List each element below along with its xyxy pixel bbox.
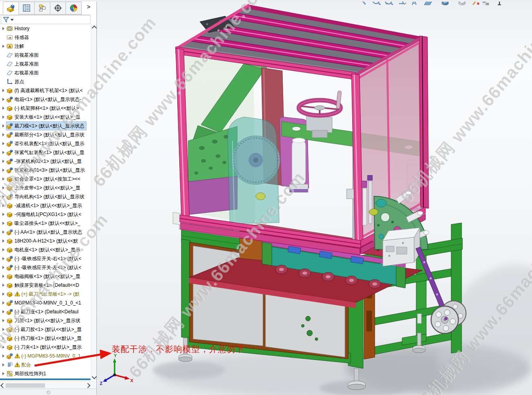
expand-arrow[interactable] [2, 363, 4, 366]
tree-item[interactable]: 配合 [0, 360, 91, 369]
tree-item[interactable]: -减速机<1> (默认<<默认>_显示 [0, 201, 91, 210]
expand-arrow[interactable] [2, 177, 4, 181]
tree-item[interactable]: 电磁阀板<1> (默认<<默认>_显 [0, 272, 91, 281]
expand-arrow[interactable] [2, 354, 4, 358]
tree-item[interactable]: 铝合金罩<1> (默认<按加工><< [0, 175, 91, 183]
expand-arrow[interactable] [2, 115, 4, 119]
expand-arrow[interactable] [2, 337, 4, 340]
expand-arrow[interactable] [2, 275, 4, 278]
expand-arrow[interactable] [2, 204, 4, 207]
expand-arrow[interactable] [2, 301, 4, 304]
tree-filter-bar[interactable] [1, 15, 90, 24]
tree-item[interactable]: MGPM63-40-M9NV_0_1_0_<1 [0, 298, 91, 307]
tree-item[interactable]: (f) 高速裁断机下机架<1> (默认< [0, 86, 91, 95]
machine-model[interactable] [97, 0, 532, 395]
tree-item[interactable]: (-) 挡刀板<1> (默认<<默认>_显 [0, 334, 91, 343]
tab-displaymanager[interactable] [66, 2, 82, 14]
expand-arrow[interactable] [2, 284, 4, 287]
expand-arrow[interactable] [2, 133, 4, 136]
scroll-right-button[interactable] [85, 383, 91, 389]
tree-item[interactable]: 触摸屏安装板<1> (Default<<D [0, 281, 91, 290]
tree-item[interactable]: (-) -吸铁感应开关-左<1> (默认< [0, 263, 91, 272]
tree-item[interactable]: (-) 刀夹<1> (默认<<默认>_显示 [0, 343, 91, 352]
tree-item[interactable]: 原点 [0, 77, 91, 86]
expand-arrow[interactable] [2, 346, 4, 349]
tree-item[interactable]: (-) -吸铁感应开关-右<1> (默认< [0, 254, 91, 263]
tree-item[interactable]: 张紧气缸装配<1> (默认<默认_显 [0, 148, 91, 157]
dimxpert-manager-icon [53, 4, 62, 12]
expand-arrow[interactable] [2, 239, 4, 243]
scroll-left-button[interactable] [0, 383, 6, 389]
leveling-foot[interactable] [354, 368, 359, 382]
tree-item[interactable]: (-) MGPM63-55-M9NV_0_1 [0, 352, 91, 360]
tree-item[interactable]: 上视基准面 [0, 60, 91, 68]
expand-arrow[interactable] [2, 186, 4, 189]
expand-arrow[interactable] [2, 160, 4, 163]
tree-item[interactable]: -张紧机构02<1> (默认<默认_显 [0, 157, 91, 166]
tree-item-label: (-) AA<1> (默认<默认_显示状态 [14, 228, 82, 237]
tree-item[interactable]: 右视基准面 [0, 68, 91, 77]
tree-item[interactable]: (-) 机架脚杯<1> (默认<<默认> [0, 104, 91, 113]
tree-item[interactable]: 上升皮带<1> (默认<<默认>_显 [0, 183, 91, 192]
tree-item-label: History [14, 24, 29, 33]
expand-arrow[interactable] [2, 372, 4, 375]
tree-item[interactable]: 电箱<1> (默认<默认_显示状态- [0, 95, 91, 104]
panel-divider[interactable] [97, 0, 97, 395]
expand-arrow[interactable] [2, 142, 4, 145]
expand-arrow[interactable] [2, 310, 4, 313]
part-icon [6, 176, 13, 182]
tree-item[interactable]: 吸尘器接头<1> (默认<<默认>_ [0, 219, 91, 228]
rollback-bar[interactable] [0, 379, 90, 380]
expand-arrow[interactable] [2, 98, 4, 101]
tree-item[interactable]: -伺服电机1(PC)XG1<1> (默认< [0, 210, 91, 219]
expand-arrow[interactable] [2, 257, 4, 260]
tree-item[interactable]: 裁断部分<1> (默认<默认_显示状 [0, 130, 91, 139]
tree-item[interactable]: 安装大板<1> (默认<<默认>_显 [0, 113, 91, 121]
expand-arrow[interactable] [2, 328, 4, 331]
expand-arrow[interactable] [2, 248, 4, 251]
expand-arrow[interactable] [2, 195, 4, 198]
expand-arrow[interactable] [2, 151, 4, 154]
tree-item[interactable]: (-) 裁刀胶<1> (默认<<默认>_显 [0, 325, 91, 334]
tree-item[interactable]: A注解 [0, 42, 91, 51]
tree-item[interactable]: (+) 裁刀汽缸垫板<1> -> (默 [0, 290, 91, 298]
tree-item[interactable]: (-) 裁刀座<1> (Default<Defaul [0, 307, 91, 316]
tree-item[interactable]: 导向机构<1> (默认<默认_显示状 [0, 192, 91, 201]
expand-arrow[interactable] [2, 107, 4, 110]
tree-horizontal-scrollbar[interactable] [0, 381, 97, 389]
expand-arrow[interactable] [2, 266, 4, 269]
expand-arrow[interactable] [2, 27, 4, 30]
tabs-overflow-arrow[interactable]: > [87, 3, 90, 10]
tree-item[interactable]: 刀架<1> (默认<<默认>_显示状 [0, 316, 91, 325]
tree-item[interactable]: 传感器 [0, 33, 91, 42]
expand-arrow[interactable] [2, 230, 4, 234]
hscroll-thumb[interactable] [6, 383, 45, 388]
tree-item[interactable]: 电机座<1> (默认<<默认>_显示 [0, 245, 91, 254]
tree-item[interactable]: 18H200-A-H12<1> (默认<<默 [0, 237, 91, 245]
tab-configurationmanager[interactable] [34, 2, 50, 14]
panel-splitter-handle[interactable] [47, 391, 50, 394]
expand-arrow[interactable] [2, 222, 4, 225]
tab-dimxpertmanager[interactable] [50, 2, 66, 14]
filter-caret-icon [10, 19, 14, 21]
expand-arrow[interactable] [2, 292, 4, 296]
expand-arrow[interactable] [2, 169, 4, 172]
tab-propertymanager[interactable] [18, 2, 35, 14]
tree-item[interactable]: History [0, 24, 91, 33]
tree-item[interactable]: 局部线性阵列1 [0, 369, 91, 378]
tree-item[interactable]: 前视基准面 [0, 51, 91, 60]
featuremanager-tree-icon [6, 4, 15, 12]
graphics-viewport[interactable] [97, 0, 532, 395]
tree-item[interactable]: 裁刀模<1> (默认<默认_显示状态 [0, 121, 91, 130]
expand-arrow[interactable] [2, 45, 4, 48]
expand-arrow[interactable] [2, 124, 4, 128]
expand-arrow[interactable] [2, 319, 4, 322]
leveling-foot[interactable] [417, 333, 421, 346]
tree-item[interactable]: 张紧机构01<3> (默认<默认_显示 [0, 166, 91, 175]
electrical-box[interactable] [383, 228, 420, 266]
expand-arrow[interactable] [2, 89, 4, 92]
tab-featuremanager[interactable] [3, 2, 19, 14]
expand-arrow[interactable] [2, 213, 4, 216]
tree-item[interactable]: 牵引机装配<1> (默认<默认_显示 [0, 139, 91, 148]
tree-item[interactable]: (-) AA<1> (默认<默认_显示状态 [0, 228, 91, 237]
